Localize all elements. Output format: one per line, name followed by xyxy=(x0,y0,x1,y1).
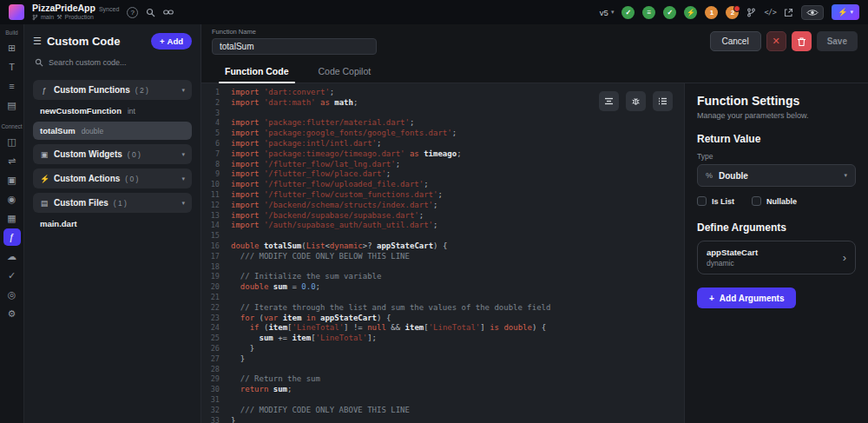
custom-code-panel: ☰ Custom Code +Add ƒCustom Functions( 2 … xyxy=(24,24,201,423)
list-item-main.dart[interactable]: main.dart xyxy=(33,215,192,233)
chevron-down-icon: ▾ xyxy=(611,9,615,16)
cancel-button[interactable]: Cancel xyxy=(710,31,761,51)
rail-connect-items: ◫⇌▣◉▦ƒ☁✓◎⚙ xyxy=(3,131,21,324)
close-icon: ✕ xyxy=(773,36,780,47)
pages-icon[interactable]: ▤ xyxy=(3,96,21,114)
double-type-icon: % xyxy=(706,171,713,180)
tests-icon[interactable]: ✓ xyxy=(3,267,21,284)
section-header-custom-files[interactable]: ▤Custom Files( 1 )▾ xyxy=(33,193,192,213)
media-assets-icon[interactable]: ▦ xyxy=(3,209,21,227)
line-number: 1 xyxy=(201,88,231,98)
cloud-functions-icon[interactable]: ☁ xyxy=(3,248,21,265)
item-name: totalSum xyxy=(40,126,76,135)
line-content: import '/backend/supabase/supabase.dart'… xyxy=(231,211,424,221)
add-button[interactable]: +Add xyxy=(151,33,192,50)
storage-icon[interactable]: ▣ xyxy=(3,171,21,188)
sync-check-badge[interactable]: ✓ xyxy=(621,6,635,19)
return-type-dropdown[interactable]: % Double ▾ xyxy=(697,164,856,187)
add-arguments-button[interactable]: +Add Arguments xyxy=(697,288,796,308)
section-header-custom-widgets[interactable]: ▣Custom Widgets( 0 )▾ xyxy=(33,144,192,164)
checks-passed-badge[interactable]: ✓ xyxy=(663,6,676,19)
search-input[interactable] xyxy=(49,58,190,67)
actions-bolt-badge[interactable]: ⚡ xyxy=(684,6,697,19)
list-item-totalSum[interactable]: totalSumdouble xyxy=(33,122,192,140)
line-content: double totalSum(List<dynamic>? appStateC… xyxy=(231,241,447,252)
line-content: import 'dart:convert'; xyxy=(231,88,334,98)
section-label: Custom Actions xyxy=(54,174,120,183)
return-type-value: Double xyxy=(719,171,748,181)
section-header-custom-functions[interactable]: ƒCustom Functions( 2 )▾ xyxy=(33,80,192,100)
delete-button[interactable] xyxy=(792,31,812,51)
search-icon[interactable] xyxy=(146,8,155,17)
run-app-button[interactable]: ⚡▾ xyxy=(832,4,859,20)
code-line: 27 } xyxy=(201,354,684,365)
version-dropdown[interactable]: v5▾ xyxy=(600,8,615,17)
help-icon[interactable]: ? xyxy=(127,7,138,18)
section-count: ( 0 ) xyxy=(125,175,138,183)
tab-code-copilot[interactable]: Code Copilot xyxy=(304,60,386,83)
check-errors-button[interactable] xyxy=(626,91,646,111)
code-editor[interactable]: 1import 'dart:convert';2import 'dart:mat… xyxy=(201,83,684,423)
line-number: 2 xyxy=(201,98,231,109)
line-number: 11 xyxy=(201,190,231,201)
assistant-badge[interactable]: ≡ xyxy=(642,6,655,19)
error-count-badge[interactable]: 2 xyxy=(726,6,739,19)
format-code-button[interactable] xyxy=(599,91,619,111)
widget-tree-icon[interactable]: ≡ xyxy=(3,77,21,95)
branch-name[interactable]: main xyxy=(41,14,54,21)
link-icon[interactable] xyxy=(163,9,174,16)
line-content: import 'package:intl/intl.dart'; xyxy=(231,139,381,149)
line-content: import '/flutter_flow/uploaded_file.dart… xyxy=(231,180,429,190)
function-name-label: Function Name xyxy=(212,28,377,36)
flutterflow-logo[interactable] xyxy=(9,4,24,20)
project-name: PizzaPrideApp xyxy=(32,3,95,14)
chevron-down-icon: ▾ xyxy=(844,172,847,179)
warning-count-badge[interactable]: 1 xyxy=(705,6,718,19)
line-content: } xyxy=(231,416,235,423)
format-icon xyxy=(604,97,614,105)
environment-name[interactable]: Production xyxy=(64,14,93,21)
item-name: main.dart xyxy=(40,219,77,228)
line-content: import '/flutter_flow/place.dart'; xyxy=(231,169,391,180)
topbar: PizzaPrideApp Synced main ⚒ Production ?… xyxy=(0,0,868,24)
preview-eye-icon[interactable] xyxy=(801,5,824,20)
widget-palette-icon[interactable]: ⊞ xyxy=(3,39,21,56)
wrench-icon: ⚒ xyxy=(56,14,62,21)
organize-lines-button[interactable] xyxy=(653,91,673,111)
checkbox-icon xyxy=(697,196,707,206)
integrations-icon[interactable]: ◎ xyxy=(3,286,21,303)
save-button[interactable]: Save xyxy=(817,31,858,51)
code-line: 16double totalSum(List<dynamic>? appStat… xyxy=(201,241,684,252)
view-code-icon[interactable]: </> xyxy=(764,8,776,17)
users-icon[interactable]: ◉ xyxy=(3,190,21,208)
flutterflow-app: PizzaPrideApp Synced main ⚒ Production ?… xyxy=(0,0,868,423)
code-line: 13import '/backend/supabase/supabase.dar… xyxy=(201,211,684,221)
line-content: } xyxy=(231,354,245,365)
typography-icon[interactable]: T xyxy=(3,58,21,76)
database-icon[interactable]: ◫ xyxy=(3,133,21,150)
section-label: Custom Files xyxy=(54,198,108,208)
section-label: Custom Widgets xyxy=(54,149,122,159)
tab-function-code[interactable]: Function Code xyxy=(210,60,304,83)
item-type: int xyxy=(128,107,135,116)
list-item-newCustomFunction[interactable]: newCustomFunctionint xyxy=(33,102,192,120)
line-number: 10 xyxy=(201,180,231,190)
argument-card[interactable]: appStateCart dynamic › xyxy=(697,241,856,274)
is-list-checkbox[interactable]: Is List xyxy=(697,196,734,206)
export-icon[interactable] xyxy=(784,8,793,17)
custom-code-icon[interactable]: ƒ xyxy=(3,228,21,246)
chevron-down-icon: ▾ xyxy=(181,87,185,94)
sync-status-label: Synced xyxy=(99,6,119,13)
code-line: 25 sum += item['LineTotal']; xyxy=(201,334,684,344)
api-calls-icon[interactable]: ⇌ xyxy=(3,152,21,169)
function-name-input[interactable] xyxy=(212,38,377,55)
line-content: } xyxy=(231,344,254,354)
section-header-custom-actions[interactable]: ⚡Custom Actions( 0 )▾ xyxy=(33,169,192,188)
branches-icon[interactable] xyxy=(746,8,756,17)
settings-icon[interactable]: ⚙ xyxy=(3,305,21,322)
nullable-checkbox[interactable]: Nullable xyxy=(752,196,797,206)
line-content: import 'dart:math' as math; xyxy=(231,98,358,109)
main-area: Function Name Cancel ✕ Save Function Cod… xyxy=(201,24,868,423)
discard-button[interactable]: ✕ xyxy=(766,31,786,51)
code-line: 11import '/flutter_flow/custom_functions… xyxy=(201,190,684,201)
